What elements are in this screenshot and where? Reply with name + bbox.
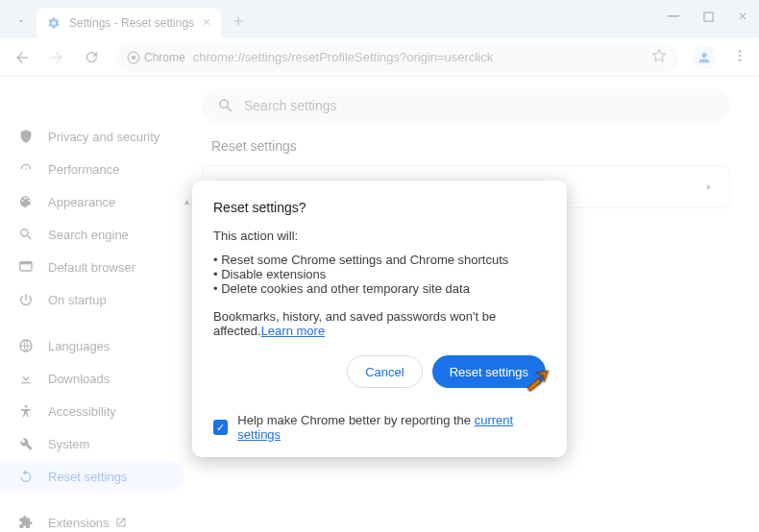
dialog-buttons: Cancel Reset settings [213, 355, 546, 388]
reset-settings-dialog: Reset settings? This action will: Reset … [192, 181, 567, 457]
modal-overlay: Reset settings? This action will: Reset … [0, 0, 759, 532]
reporting-text: Help make Chrome better by reporting the… [237, 413, 546, 442]
reporting-checkbox[interactable]: ✓ [213, 420, 228, 435]
dialog-intro: This action will: [213, 229, 546, 243]
reporting-row: ✓ Help make Chrome better by reporting t… [213, 405, 546, 442]
cancel-button[interactable]: Cancel [347, 355, 422, 388]
bullet-item: Delete cookies and other temporary site … [213, 281, 546, 296]
bullet-item: Disable extensions [213, 267, 546, 281]
bullet-item: Reset some Chrome settings and Chrome sh… [213, 253, 546, 267]
learn-more-link[interactable]: Learn more [261, 324, 325, 338]
dialog-note: Bookmarks, history, and saved passwords … [213, 309, 546, 338]
dialog-title: Reset settings? [213, 200, 546, 215]
dialog-bullets: Reset some Chrome settings and Chrome sh… [213, 253, 546, 296]
